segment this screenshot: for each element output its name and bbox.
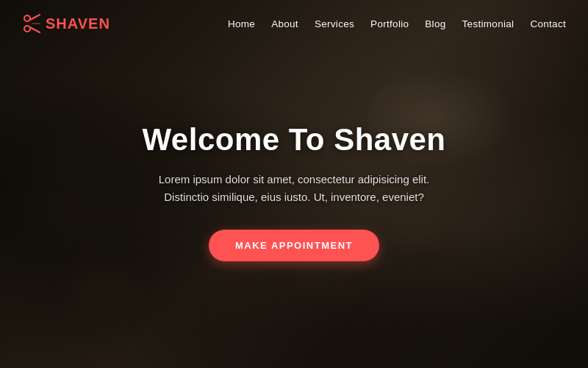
logo-highlight: VEN — [78, 15, 110, 32]
hero-title: Welcome To Shaven — [140, 122, 448, 158]
svg-line-3 — [30, 27, 40, 32]
hero-section: SHAVEN Home About Services Portfolio Blo… — [0, 0, 588, 368]
logo-icon — [22, 13, 43, 34]
hero-content: Welcome To Shaven Lorem ipsum dolor sit … — [81, 122, 507, 261]
nav-item-blog[interactable]: Blog — [425, 17, 445, 30]
logo[interactable]: SHAVEN — [22, 13, 110, 34]
nav-link-services[interactable]: Services — [315, 18, 354, 29]
hero-subtitle: Lorem ipsum dolor sit amet, consectetur … — [140, 171, 448, 206]
nav-item-portfolio[interactable]: Portfolio — [370, 17, 409, 30]
svg-point-0 — [24, 15, 30, 21]
nav-item-contact[interactable]: Contact — [530, 17, 566, 30]
nav-link-testimonial[interactable]: Testimonial — [462, 18, 514, 29]
nav-item-about[interactable]: About — [271, 17, 298, 30]
navbar: SHAVEN Home About Services Portfolio Blo… — [0, 0, 588, 47]
nav-item-services[interactable]: Services — [315, 17, 354, 30]
nav-link-home[interactable]: Home — [228, 18, 255, 29]
nav-link-about[interactable]: About — [271, 18, 298, 29]
logo-prefix: SHA — [46, 15, 78, 32]
svg-point-1 — [24, 26, 30, 32]
nav-links: Home About Services Portfolio Blog Testi… — [228, 17, 566, 30]
svg-line-2 — [30, 15, 40, 20]
make-appointment-button[interactable]: MAKE APPOINTMENT — [209, 230, 379, 261]
logo-text: SHAVEN — [46, 15, 110, 32]
nav-link-contact[interactable]: Contact — [530, 18, 566, 29]
nav-item-home[interactable]: Home — [228, 17, 255, 30]
nav-item-testimonial[interactable]: Testimonial — [462, 17, 514, 30]
nav-link-portfolio[interactable]: Portfolio — [370, 18, 409, 29]
nav-link-blog[interactable]: Blog — [425, 18, 445, 29]
